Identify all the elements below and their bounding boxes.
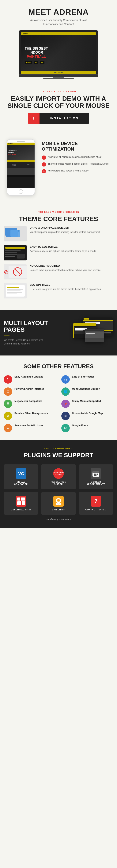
feature-grid-item-7: ⧉ Parallax Effect Backgrounds (4, 412, 56, 420)
megamenu-icon: ☰ (4, 400, 12, 408)
feature-thumb-3 (4, 264, 27, 279)
feature-grid-text-5: Mega Menu Compatible (14, 400, 42, 403)
cf-label: CONTACT FORM 7 (85, 508, 107, 511)
laptop-bottom (18, 74, 99, 77)
feature-row-1: DRAG & DROP PAGE BUILDER Visual Composer… (4, 226, 113, 241)
install-icon-box: ⬇ (28, 113, 40, 124)
feature-grid-text-2: Lots of Shortcodes (72, 375, 94, 379)
booked-appointments-icon (90, 468, 101, 479)
mobile-feature-list: 1 Absolutely all scrollable sections sup… (42, 155, 113, 174)
multi-right (56, 317, 113, 348)
rs-label: REVOLUTIONSLIDER (51, 481, 66, 485)
svg-rect-20 (7, 289, 23, 290)
svg-text:REVOLUTION: REVOLUTION (53, 471, 64, 473)
svg-rect-22 (7, 292, 22, 293)
mobile-section: ⊞ ADRENA THE BIGGESTINDOORPAINTBALL WELC… (0, 133, 117, 203)
plugin-card-cf: 7 CONTACT FORM 7 (79, 492, 113, 515)
multi-screen-3 (85, 329, 104, 342)
plugin-card-vc: VC VISUALCOMPOSER (4, 464, 38, 489)
svg-rect-57 (16, 496, 27, 507)
ba-label: BOOKEDAPPOINTMENTS (87, 481, 106, 485)
feature-grid-item-10: Aa Google Fonts (61, 424, 113, 432)
mobile-content: MOBILE DEVICE OPTIMIZATION 1 Absolutely … (42, 139, 113, 176)
laptop-mockup: ADRENA THE BIGGEST INDOOR PAINTBALL 42 0… (18, 30, 99, 79)
mailchimp-icon (53, 496, 64, 507)
plugin-card-eg: ESSENTIAL GRID (4, 492, 38, 515)
svg-text:VC: VC (18, 471, 24, 476)
laptop-foot (43, 78, 74, 79)
fontello-icon: ★ (4, 424, 12, 432)
phone-nav-bar: ⊞ ADRENA (7, 143, 35, 145)
svg-rect-33 (104, 332, 111, 334)
mobile-feature-item-1: 1 Absolutely all scrollable sections sup… (42, 155, 113, 160)
svg-rect-52 (94, 473, 95, 475)
feature-grid-text-6: Sticky Menus Supported (72, 400, 101, 403)
laptop-screen-inner: ADRENA THE BIGGEST INDOOR PAINTBALL 42 0… (21, 32, 96, 74)
phone-menu-item-1: GAMESZONES (12, 164, 16, 166)
mobile-feature-item-3: 3 Fully Responsive layout & Retina Ready (42, 169, 113, 174)
feature-grid-text-8: Customizable Google Map (72, 412, 103, 415)
plugin-card-mc: MAILCHIMP (41, 492, 76, 515)
plugins-title: PLUGINS WE SUPPORT (4, 452, 113, 459)
feature-row-2: EASY TO CUSTOMIZE Awesome easy-to-use op… (4, 245, 113, 260)
feature-grid-item-4: 🌐 Multi Language Support (61, 388, 113, 396)
feature-grid-text-4: Multi Language Support (72, 388, 100, 391)
screen-nav-logo: ADRENA (23, 33, 28, 35)
svg-rect-58 (17, 497, 20, 500)
phone-maps-section (7, 168, 35, 175)
parallax-icon: ⧉ (4, 412, 12, 420)
googlemap-icon: ⊞ (61, 412, 70, 420)
screen-content: THE BIGGEST INDOOR PAINTBALL 42 005 31 2… (21, 32, 96, 74)
feature-thumb-4 (4, 283, 27, 299)
svg-rect-35 (74, 323, 96, 326)
googlefonts-icon: Aa (61, 424, 70, 432)
feature-thumb-2 (4, 245, 27, 260)
svg-rect-0 (4, 226, 27, 241)
installation-eyebrow: ONE CLICK INSTALLATION (4, 91, 113, 93)
feature-grid-item-3: ⚙ Powerful Admin Interface (4, 388, 56, 396)
updates-icon: ↻ (4, 375, 12, 383)
feature-grid-text-3: Powerful Admin Interface (14, 388, 44, 391)
feature-desc-2: Awesome easy-to-use options will adjust … (30, 249, 113, 253)
svg-rect-21 (7, 290, 21, 291)
installation-button[interactable]: ⬇ INSTALLATION (28, 113, 89, 124)
feature-grid-text-10: Google Fonts (72, 424, 88, 427)
feature-grid-item-6: 📌 Sticky Menus Supported (61, 400, 113, 408)
other-features-title: SOME OTHER FEATURES (4, 363, 113, 370)
feature-desc-1: Visual Composer plugin offers amazing to… (30, 230, 113, 234)
hero-subtitle: An Awesome User Friendly Combination of … (30, 18, 87, 26)
feature-num-3: 3 (42, 169, 46, 174)
phone-home-button[interactable] (18, 189, 23, 194)
install-icon: ⬇ (32, 116, 36, 121)
phone-menu-section: GAMESZONES & MAPS (7, 162, 35, 168)
plugins-eyebrow: FREE & COMPATIBLE (4, 447, 113, 450)
svg-text:SLIDER: SLIDER (55, 473, 62, 475)
feature-info-2: EASY TO CUSTOMIZE Awesome easy-to-use op… (30, 245, 113, 253)
feature-grid-item-2: { } Lots of Shortcodes (61, 375, 113, 383)
visual-composer-icon: VC (16, 468, 27, 479)
plugins-footer: ... and many more others (4, 518, 113, 521)
plugins-section: FREE & COMPATIBLE PLUGINS WE SUPPORT VC … (0, 440, 117, 528)
phone-speaker (17, 141, 25, 142)
phone-hero-img: THE BIGGESTINDOORPAINTBALL (7, 145, 35, 160)
svg-rect-53 (95, 473, 96, 475)
shortcodes-icon: { } (61, 375, 70, 383)
plugins-grid: VC VISUALCOMPOSER REVOLUTION SLIDER REVO… (4, 464, 113, 515)
feature-desc-3: No need to be a professional web develop… (30, 269, 113, 272)
svg-rect-51 (92, 471, 99, 473)
feature-grid-item-5: ☰ Mega Menu Compatible (4, 400, 56, 408)
svg-rect-61 (22, 501, 25, 505)
feature-row-4: SEO OPTIMIZED HTML code integrated into … (4, 283, 113, 299)
features-eyebrow: FOR EASY WEBSITE CREATION (4, 211, 113, 213)
mobile-feature-item-2: 2 The theme uses Mobile Friendly sliders… (42, 162, 113, 166)
svg-rect-54 (97, 473, 98, 475)
features-title: THEME CORE FEATURES (4, 215, 113, 222)
svg-point-65 (57, 499, 58, 500)
install-label-box: INSTALLATION (40, 113, 89, 124)
svg-rect-9 (5, 250, 21, 251)
multilang-icon: 🌐 (61, 388, 70, 396)
screen-welcome: WELCOME! (21, 71, 96, 74)
svg-rect-59 (21, 497, 25, 500)
installation-title: EASILY IMPORT DEMO WITH A SINGLE CLICK O… (4, 95, 113, 109)
plugin-card-rs: REVOLUTION SLIDER REVOLUTIONSLIDER (41, 464, 76, 489)
